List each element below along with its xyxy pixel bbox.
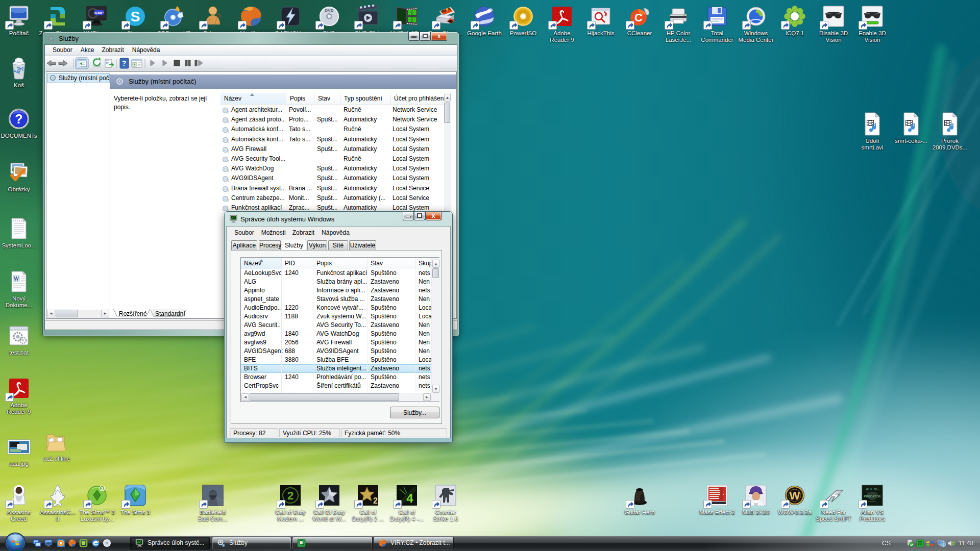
- svg-text:PREDATOR: PREDATOR: [864, 495, 881, 498]
- svg-text:?: ?: [122, 59, 127, 67]
- svg-text:ALIENS: ALIENS: [866, 487, 879, 491]
- svg-text:DVD: DVD: [325, 8, 334, 13]
- svg-text:KMP: KMP: [94, 11, 104, 15]
- svg-text:2: 2: [373, 496, 378, 505]
- svg-text:?: ?: [15, 112, 22, 126]
- svg-text:4: 4: [406, 491, 413, 505]
- svg-text:S: S: [131, 9, 140, 24]
- svg-text:W: W: [14, 276, 19, 282]
- svg-text:C: C: [634, 11, 643, 24]
- svg-text:2: 2: [287, 489, 293, 502]
- svg-text:3: 3: [101, 486, 103, 491]
